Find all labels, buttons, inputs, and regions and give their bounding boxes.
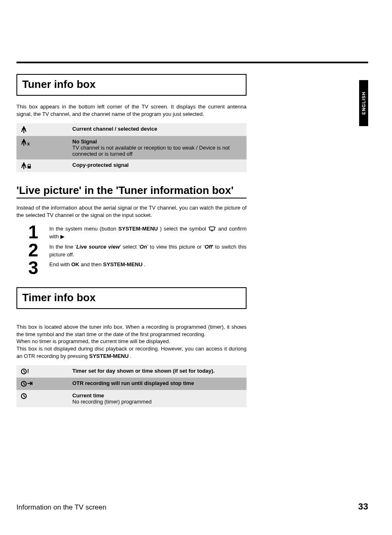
footer-text: Information on the TV screen (16, 503, 106, 512)
table-row: Current channel / selected device (16, 123, 247, 136)
section3-title: Timer info box (22, 291, 241, 304)
table-row: x No SignalTV channel is not available o… (16, 136, 247, 159)
t: SYSTEM-MENU (103, 261, 143, 268)
t: . (129, 353, 131, 359)
t: ' to view this picture or ' (147, 244, 205, 250)
row-title: OTR recording will run until displayed s… (72, 380, 194, 386)
step-text: In the line 'Live source view' select 'O… (49, 242, 247, 259)
page-number: 33 (358, 501, 368, 512)
step-text: End with OK and then SYSTEM-MENU . (49, 260, 247, 269)
antenna-icon (16, 123, 69, 136)
clock-arrow-icon (16, 378, 69, 390)
section3-title-box: Timer info box (16, 287, 247, 309)
t: . (143, 261, 145, 268)
row-title: Current channel / selected device (72, 126, 157, 132)
section1-title-box: Tuner info box (16, 74, 247, 96)
right-arrow-icon: ▶ (60, 233, 65, 240)
antenna-x-icon: x (16, 136, 69, 159)
t: OK (71, 261, 79, 268)
timer-info-table: ! Timer set for day shown or time shown … (16, 365, 247, 407)
svg-rect-1 (210, 227, 214, 230)
row-desc: TV channel is not available or reception… (72, 145, 230, 157)
antenna-lock-icon (16, 159, 69, 172)
t: SYSTEM-MENU (118, 226, 158, 232)
page-footer: Information on the TV screen 33 (16, 501, 368, 512)
step-text: In the system menu (button SYSTEM-MENU )… (49, 224, 247, 241)
tuner-info-table: Current channel / selected device x No S… (16, 123, 247, 172)
section2-intro: Instead of the information about the aer… (16, 204, 247, 219)
row-title: Current time (72, 392, 104, 399)
clock-icon (16, 390, 69, 407)
step-number: 1 (16, 224, 49, 240)
section1-intro: This box appears in the bottom left corn… (16, 103, 247, 118)
step-number: 3 (16, 260, 49, 275)
step-2: 2 In the line 'Live source view' select … (16, 242, 247, 259)
section1-title: Tuner info box (22, 78, 241, 91)
t: In the system menu (button (49, 226, 118, 232)
table-row: Copy-protected signal (16, 159, 247, 172)
step-1: 1 In the system menu (button SYSTEM-MENU… (16, 224, 247, 241)
row-title: Copy-protected signal (72, 162, 129, 168)
page-top-rule (16, 62, 368, 63)
table-row: ! Timer set for day shown or time shown … (16, 365, 247, 378)
clock-excl-icon: ! (16, 365, 69, 378)
language-tab: ENGLISH (359, 80, 368, 126)
t: Live source view (76, 244, 120, 250)
table-row: OTR recording will run until displayed s… (16, 378, 247, 390)
step-3: 3 End with OK and then SYSTEM-MENU . (16, 260, 247, 275)
t: SYSTEM-MENU (89, 353, 129, 359)
svg-rect-0 (28, 166, 31, 168)
monitor-icon (209, 226, 215, 231)
row-title: Timer set for day shown or time shown (i… (72, 368, 214, 374)
t: Off (205, 244, 212, 250)
section2-title: 'Live picture' in the 'Tuner information… (16, 184, 247, 197)
t: ) select the symbol ' (158, 226, 209, 232)
row-desc: No recording (timer) programmed (72, 399, 152, 405)
row-title: No Signal (72, 138, 97, 145)
steps-list: 1 In the system menu (button SYSTEM-MENU… (16, 224, 247, 276)
step-number: 2 (16, 242, 49, 258)
t: and then (79, 261, 103, 268)
table-row: Current timeNo recording (timer) program… (16, 390, 247, 407)
t: End with (49, 261, 71, 268)
t: On (140, 244, 147, 250)
main-content: Tuner info box This box appears in the b… (16, 74, 247, 407)
t: ' select ' (120, 244, 140, 250)
section3-intro: This box is located above the tuner info… (16, 316, 247, 360)
section2-rule (16, 198, 247, 198)
t: In the line ' (49, 244, 76, 250)
